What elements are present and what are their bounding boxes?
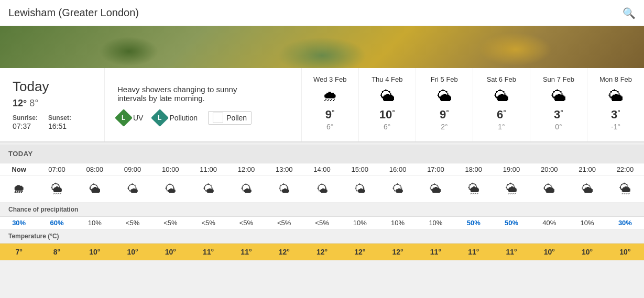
icon-cell: 🌥 — [568, 180, 606, 198]
weather-icon-sm: 🌥 — [543, 182, 555, 195]
temp-row: 7°8°10°10°10°11°11°12°12°12°12°11°11°11°… — [0, 244, 644, 261]
icon-cell: 🌤 — [189, 180, 227, 198]
chance-cell: <5% — [151, 217, 189, 229]
icon-cell: 🌥 — [530, 180, 568, 198]
chance-cell: <5% — [303, 217, 341, 229]
icon-cell: 🌦 — [38, 180, 75, 198]
chance-cell: <5% — [265, 217, 303, 229]
forecast-low: 6° — [307, 123, 353, 131]
hourly-header: TODAY — [0, 145, 644, 163]
forecast-day[interactable]: Thu 4 Feb 🌥 10° 6° — [358, 68, 416, 141]
icon-cell: 🌤 — [303, 180, 341, 198]
icon-cell: 🌤 — [227, 180, 265, 198]
pollen-icon — [213, 113, 223, 123]
forecast-icon: 🌥 — [364, 87, 410, 105]
weather-icon-sm: 🌥 — [582, 182, 593, 195]
forecast-high: 10° — [364, 108, 410, 122]
forecast-high: 3° — [536, 108, 582, 122]
today-high: 12° — [13, 98, 27, 108]
temp-cell: 11° — [417, 244, 454, 260]
icon-cell: 🌤 — [341, 180, 379, 198]
uv-level: L — [122, 114, 125, 122]
temp-cell: 11° — [189, 244, 227, 260]
today-low: 8° — [29, 98, 38, 108]
weather-icon-sm: 🌤 — [354, 182, 366, 195]
today-description: Heavy showers changing to sunny interval… — [117, 85, 264, 103]
time-cell: 16:00 — [379, 163, 417, 175]
header: Lewisham (Greater London) 🔍 — [0, 0, 644, 26]
time-cell: 10:00 — [151, 163, 189, 175]
time-cell: 09:00 — [114, 163, 151, 175]
sunrise-label: Sunrise: — [13, 114, 38, 122]
forecast-icon: 🌥 — [593, 87, 639, 105]
sunrise-time: 07:37 — [13, 122, 31, 130]
time-cell: 18:00 — [455, 163, 493, 175]
chance-cell: <5% — [114, 217, 151, 229]
weather-icon-sm: 🌤 — [278, 182, 290, 195]
forecast-date: Fri 5 Feb — [421, 75, 467, 83]
forecast-low: 0° — [536, 123, 582, 131]
weather-icon-sm: 🌦 — [468, 182, 479, 195]
uv-badge[interactable]: L UV — [117, 112, 143, 124]
forecast-day[interactable]: Sun 7 Feb 🌥 3° 0° — [530, 68, 587, 141]
hourly-section: TODAY Now07:0008:0009:0010:0011:0012:001… — [0, 145, 644, 261]
chance-cell: 10% — [568, 217, 606, 229]
temp-cell: 11° — [455, 244, 493, 260]
badges: L UV L Pollution Pollen — [117, 111, 289, 125]
temp-cell: 12° — [341, 244, 379, 260]
time-cell: Now — [0, 163, 38, 175]
icon-cell: 🌦 — [455, 180, 493, 198]
time-cell: 19:00 — [493, 163, 530, 175]
chance-cell: <5% — [189, 217, 227, 229]
time-cell: 13:00 — [265, 163, 303, 175]
temp-cell: 10° — [606, 244, 644, 260]
pollution-badge[interactable]: L Pollution — [154, 112, 198, 124]
chance-label: Chance of precipitation — [0, 203, 644, 217]
icon-cell: 🌧 — [0, 180, 38, 198]
time-cell: 22:00 — [606, 163, 644, 175]
forecast-high: 6° — [478, 108, 525, 122]
chance-cell: 60% — [38, 217, 75, 229]
forecast-day[interactable]: Mon 8 Feb 🌥 3° -1° — [587, 68, 644, 141]
chance-cell: 30% — [0, 217, 38, 229]
uv-label: UV — [133, 114, 143, 122]
chance-cell: 10% — [341, 217, 379, 229]
temp-cell: 10° — [114, 244, 151, 260]
forecast-day[interactable]: Fri 5 Feb 🌥 9° 2° — [416, 68, 473, 141]
time-cell: 12:00 — [227, 163, 265, 175]
time-cell: 11:00 — [189, 163, 227, 175]
pollen-label: Pollen — [226, 114, 247, 122]
chance-cell: 10% — [379, 217, 417, 229]
temp-label: Temperature (°C) — [0, 229, 644, 244]
forecast-date: Thu 4 Feb — [364, 75, 410, 83]
forecast-day[interactable]: Sat 6 Feb 🌥 6° 1° — [473, 68, 530, 141]
temp-cell: 11° — [227, 244, 265, 260]
temp-cell: 10° — [530, 244, 568, 260]
search-button[interactable]: 🔍 — [623, 7, 636, 19]
today-details: Heavy showers changing to sunny interval… — [105, 68, 302, 141]
temp-cell: 10° — [568, 244, 606, 260]
times-row: Now07:0008:0009:0010:0011:0012:0013:0014… — [0, 163, 644, 176]
temp-cell: 12° — [379, 244, 417, 260]
forecast-icon: 🌥 — [536, 87, 582, 105]
pollution-level: L — [158, 114, 162, 122]
chance-cell: 10% — [76, 217, 114, 229]
icon-cell: 🌤 — [151, 180, 189, 198]
time-cell: 07:00 — [38, 163, 75, 175]
weather-icon-sm: 🌥 — [430, 182, 441, 195]
forecast-day[interactable]: Wed 3 Feb 🌧 9° 6° — [302, 68, 358, 141]
pollen-badge[interactable]: Pollen — [208, 111, 252, 125]
pollution-icon: L — [151, 109, 169, 127]
icon-cell: 🌤 — [379, 180, 417, 198]
forecast-strip: Wed 3 Feb 🌧 9° 6° Thu 4 Feb 🌥 10° 6° Fri… — [302, 68, 644, 141]
forecast-icon: 🌥 — [478, 87, 525, 105]
icon-cell: 🌥 — [76, 180, 114, 198]
forecast-low: 2° — [421, 123, 467, 131]
time-cell: 15:00 — [341, 163, 379, 175]
icon-cell: 🌤 — [265, 180, 303, 198]
weather-icon-sm: 🌤 — [203, 182, 214, 195]
hero-image — [0, 26, 644, 68]
today-card: Today 12° 8° Sunrise: 07:37 Sunset: 16:5… — [0, 68, 105, 141]
weather-icon-sm: 🌤 — [316, 182, 328, 195]
weather-icon-sm: 🌤 — [241, 182, 252, 195]
